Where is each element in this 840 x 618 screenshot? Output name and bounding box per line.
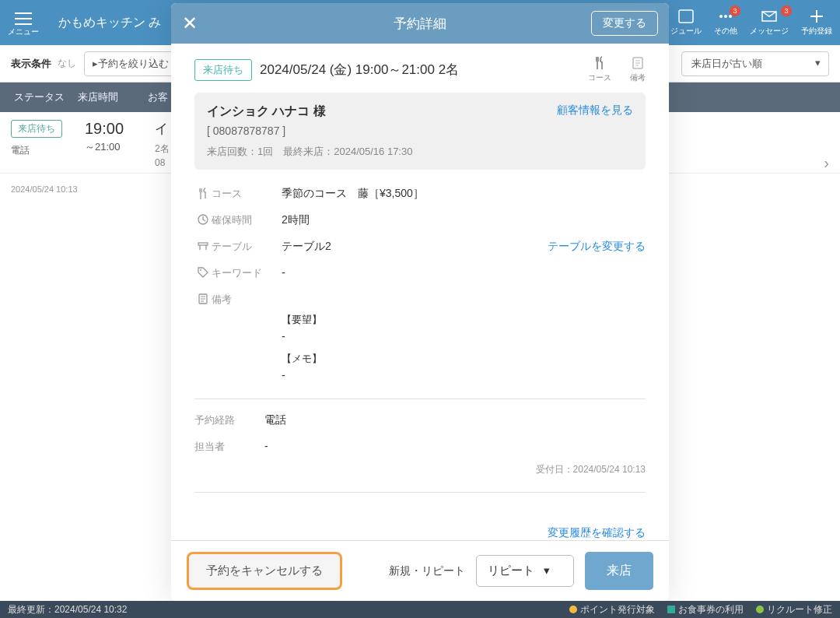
time-label: 確保時間: [212, 213, 282, 227]
svg-point-1: [719, 15, 723, 18]
tag-icon: [194, 266, 212, 278]
table-value: テーブル2: [282, 240, 548, 254]
green-square-icon: [667, 606, 675, 613]
filter-none: なし: [58, 57, 76, 70]
repeat-select[interactable]: リピート ▾: [476, 555, 574, 587]
cancel-reservation-button[interactable]: 予約をキャンセルする: [187, 552, 342, 590]
row-meta: 2024/05/24 10:13: [11, 184, 78, 194]
route-label: 予約経路: [194, 413, 264, 427]
hamburger-icon: [15, 12, 32, 25]
calendar-icon: [677, 9, 695, 24]
course-label: コース: [212, 187, 282, 201]
lime-dot-icon: [756, 606, 764, 613]
keyword-label: キーワード: [212, 266, 282, 280]
utensils-icon: [194, 187, 212, 200]
points-indicator: ポイント発行対象: [569, 603, 655, 616]
resv-datetime: 2024/05/24 (金) 19:00～21:00 2名: [260, 61, 459, 79]
customer-info-link[interactable]: 顧客情報を見る: [557, 104, 633, 118]
voucher-indicator: お食事券の利用: [667, 603, 744, 616]
table-change-link[interactable]: テーブルを変更する: [548, 240, 646, 254]
modal-title: 予約詳細: [394, 15, 446, 33]
last-update: 最終更新：2024/05/24 10:32: [8, 603, 569, 616]
table-label: テーブル: [212, 240, 282, 254]
note-memo-value: -: [282, 369, 646, 381]
time-value: 2時間: [282, 213, 646, 227]
svg-point-2: [724, 15, 727, 18]
filter-label: 表示条件: [11, 57, 51, 71]
course-value: 季節のコース 藤［¥3,500］: [282, 187, 646, 201]
clock-icon: [194, 213, 212, 225]
schedule-icon[interactable]: ジュール: [670, 9, 702, 37]
visit-button[interactable]: 来店: [585, 552, 653, 590]
customer-phone: [ 08087878787 ]: [207, 125, 633, 137]
staff-value: -: [264, 440, 646, 452]
th-status: ステータス: [0, 90, 78, 104]
row-method: 電話: [11, 144, 85, 157]
time-end: ～21:00: [85, 140, 155, 154]
message-badge: 3: [781, 5, 792, 16]
register-icon[interactable]: 予約登録: [801, 9, 832, 37]
utensils-icon: [593, 56, 606, 70]
accepted-date: 受付日：2024/05/24 10:13: [194, 460, 646, 484]
note-icon: [632, 56, 644, 70]
chevron-down-icon: ▾: [544, 564, 550, 577]
repeat-label: 新規・リピート: [389, 564, 465, 578]
chevron-right-icon: ›: [824, 154, 829, 172]
note-icon: [194, 293, 212, 304]
note-request-value: -: [282, 330, 646, 342]
note-indicator: 備考: [630, 56, 646, 83]
customer-stats: 来店回数：1回 最終来店：2024/05/16 17:30: [207, 145, 633, 159]
menu-button[interactable]: メニュー: [0, 8, 47, 37]
table-icon: [194, 240, 212, 251]
svg-point-8: [200, 269, 201, 271]
close-icon[interactable]: ✕: [182, 12, 198, 34]
app-title: かもめキッチン み: [58, 15, 161, 31]
yellow-dot-icon: [569, 606, 577, 613]
svg-rect-0: [679, 10, 693, 23]
note-label: 備考: [212, 293, 282, 307]
note-memo-label: 【メモ】: [282, 352, 646, 366]
chevron-down-icon: ▾: [815, 57, 821, 68]
other-icon[interactable]: 3 その他: [714, 9, 737, 37]
reservation-detail-modal: ✕ 予約詳細 変更する 来店待ち 2024/05/24 (金) 19:00～21…: [171, 3, 669, 601]
course-indicator: コース: [588, 56, 611, 83]
svg-rect-7: [198, 243, 208, 245]
status-tag: 来店待ち: [11, 120, 62, 138]
keyword-value: -: [282, 266, 646, 279]
envelope-icon: [761, 9, 778, 24]
route-value: 電話: [264, 413, 646, 427]
history-link[interactable]: 変更履歴を確認する: [548, 526, 646, 539]
sort-select[interactable]: 来店日が古い順 ▾: [681, 51, 829, 76]
other-badge: 3: [730, 5, 740, 16]
time-main: 19:00: [85, 120, 155, 138]
message-icon[interactable]: 3 メッセージ: [750, 9, 789, 37]
resv-status-tag: 来店待ち: [194, 59, 252, 81]
th-time: 来店時間: [78, 90, 148, 104]
plus-icon: [808, 9, 825, 24]
change-button[interactable]: 変更する: [591, 11, 658, 36]
staff-label: 担当者: [194, 440, 264, 454]
recruit-indicator: リクルート修正: [756, 603, 832, 616]
note-request-label: 【要望】: [282, 313, 646, 327]
